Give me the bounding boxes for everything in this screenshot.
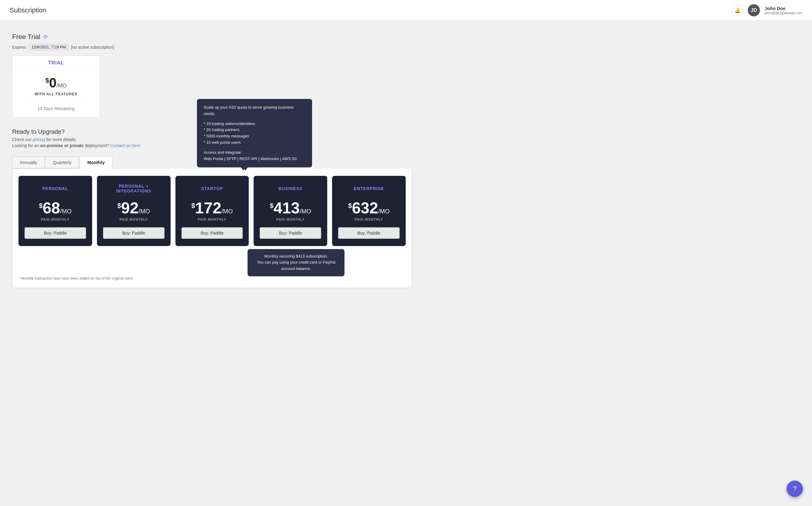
free-trial-label: Free Trial [12, 33, 40, 41]
plan-business-dollar: $ [270, 202, 273, 209]
plan-enterprise-dollar: $ [348, 202, 352, 209]
plan-enterprise-period: /MO [378, 208, 390, 215]
plan-enterprise-buy-btn[interactable]: Buy: Paddle [338, 227, 400, 239]
tooltip-heading: Scale up your AS2 quota to serve growing… [204, 104, 306, 117]
user-info: John Doe john@as2gateway.com [765, 6, 802, 15]
plan-personal-amount: 68 [43, 199, 60, 217]
plan-enterprise-name: ENTERPRISE [338, 183, 400, 194]
plan-startup-dollar: $ [192, 202, 195, 209]
tooltip-feature-3: * 5000 monthly messages [204, 133, 306, 140]
bottom-tooltip-line1: Monthly recurring $413 subscription. [253, 253, 339, 260]
bottom-tooltip-line2: You can pay using your credit card or Pa… [253, 259, 339, 272]
refresh-icon[interactable]: ⟳ [43, 33, 48, 40]
tab-monthly[interactable]: Monthly [80, 157, 113, 169]
tooltip-access-detail: Web Portal | SFTP | REST API | Webhooks … [204, 156, 306, 162]
plan-pi-dollar: $ [117, 202, 121, 209]
plan-business-amount: 413 [274, 199, 300, 217]
plan-personal-integrations-price: $92/MO [103, 200, 164, 216]
trial-card: TRIAL $0/MO WITH ALL FEATURES 13 Days Re… [12, 56, 100, 117]
plan-personal-price: $68/MO [24, 200, 86, 216]
help-button[interactable]: ? [787, 481, 803, 497]
contact-link[interactable]: Contact us here. [110, 143, 141, 148]
trial-price-amount: 0 [49, 75, 56, 90]
upgrade-line2-mid: deployment? [84, 143, 110, 148]
header-right: 🔔 JD John Doe john@as2gateway.com [732, 4, 802, 16]
plan-personal-name: PERSONAL [24, 183, 86, 194]
tooltip-feature-2: * 20 trading partners [204, 127, 306, 133]
upgrade-line2-bold: on-premise or private [40, 143, 84, 148]
plan-enterprise-billing: PAID MONTHLY [338, 218, 400, 221]
notification-bell[interactable]: 🔔 [732, 5, 743, 16]
no-subscription-text: [no active subscription] [71, 45, 114, 50]
plan-startup-amount: 172 [195, 199, 221, 217]
tooltip-feature-1: * 10 trading stations/identities [204, 121, 306, 127]
business-bottom-tooltip: Monthly recurring $413 subscription. You… [248, 249, 344, 276]
user-name: John Doe [765, 6, 802, 11]
plan-startup: STARTUP $172/MO PAID MONTHLY Buy: Paddle [176, 176, 249, 246]
trial-price-period: /MO [56, 83, 67, 89]
tab-annually[interactable]: Annually [12, 157, 45, 168]
plan-business-name: BUSINESS [260, 183, 321, 194]
plan-pi-period: /MO [138, 208, 150, 215]
plan-business-price: $413/MO [260, 200, 321, 216]
tooltip-feature-4: * 10 web portal users [204, 140, 306, 146]
business-tooltip: Scale up your AS2 quota to serve growing… [197, 99, 312, 167]
plan-personal-billing: PAID MONTHLY [24, 218, 86, 221]
pricing-cards: PERSONAL $68/MO PAID MONTHLY Buy: Paddle… [18, 176, 406, 246]
user-email: john@as2gateway.com [765, 11, 802, 15]
trial-price-dollar: $ [46, 77, 49, 84]
trial-card-body: $0/MO WITH ALL FEATURES 13 Days Remainin… [12, 70, 100, 117]
upgrade-line1-pre: Check our [12, 137, 33, 142]
plan-personal: PERSONAL $68/MO PAID MONTHLY Buy: Paddle [18, 176, 92, 246]
plan-startup-billing: PAID MONTHLY [182, 218, 243, 221]
trial-card-label: TRIAL [12, 56, 100, 70]
trial-divider [18, 102, 93, 102]
plan-startup-period: /MO [221, 208, 233, 215]
pricing-section: Scale up your AS2 quota to serve growing… [12, 169, 412, 288]
avatar: JD [748, 4, 760, 16]
plan-business: BUSINESS $413/MO PAID MONTHLY Buy: Paddl… [254, 176, 327, 246]
plan-startup-buy-btn[interactable]: Buy: Paddle [182, 227, 243, 239]
plan-pi-billing: PAID MONTHLY [103, 218, 164, 221]
trial-price: $0/MO [18, 76, 93, 90]
main-content: Free Trial ⟳ Expires 12/8/2021, 7:29 PM … [0, 21, 424, 300]
free-trial-heading: Free Trial ⟳ [12, 33, 412, 41]
plan-business-buy-btn[interactable]: Buy: Paddle [260, 227, 321, 239]
plan-personal-integrations: PERSONAL +INTEGRATIONS $92/MO PAID MONTH… [97, 176, 171, 246]
plan-enterprise: ENTERPRISE $632/MO PAID MONTHLY Buy: Pad… [332, 176, 406, 246]
plan-startup-name: STARTUP [182, 183, 243, 194]
tab-quarterly[interactable]: Quarterly [46, 157, 79, 168]
plan-personal-period: /MO [60, 208, 72, 215]
plan-personal-buy-btn[interactable]: Buy: Paddle [24, 227, 86, 239]
plan-business-period: /MO [300, 208, 311, 215]
plan-pi-amount: 92 [121, 199, 139, 217]
plan-enterprise-price: $632/MO [338, 200, 400, 216]
upgrade-line1-post: for more details. [45, 137, 77, 142]
plan-enterprise-amount: 632 [352, 199, 378, 217]
tooltip-access-label: Access and Integrate: [204, 150, 306, 156]
page-title: Subscription [10, 6, 46, 14]
header: Subscription 🔔 JD John Doe john@as2gatew… [0, 0, 812, 21]
expires-label: Expires [12, 45, 26, 50]
pricing-link[interactable]: pricing [33, 137, 45, 142]
plan-pi-buy-btn[interactable]: Buy: Paddle [103, 227, 164, 239]
trial-features: WITH ALL FEATURES [18, 92, 93, 96]
plan-personal-dollar: $ [39, 202, 43, 209]
plan-business-billing: PAID MONTHLY [260, 218, 321, 221]
transaction-note: * Monthly transaction fees have been add… [18, 276, 406, 280]
expires-badge: 12/8/2021, 7:29 PM [29, 44, 68, 50]
plan-startup-price: $172/MO [182, 200, 243, 216]
billing-tabs: Annually Quarterly Monthly [12, 157, 113, 169]
upgrade-line2-pre: Looking for an [12, 143, 40, 148]
plan-personal-integrations-name: PERSONAL +INTEGRATIONS [103, 183, 164, 194]
expires-row: Expires 12/8/2021, 7:29 PM [no active su… [12, 44, 412, 50]
trial-remaining: 13 Days Remaining [18, 106, 93, 111]
